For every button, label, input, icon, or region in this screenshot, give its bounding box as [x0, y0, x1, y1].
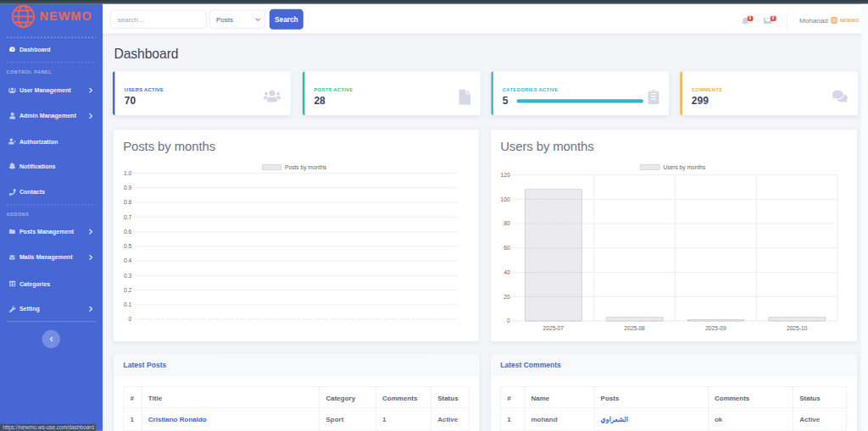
- svg-text:40: 40: [504, 269, 510, 275]
- svg-text:Users by months: Users by months: [663, 164, 706, 171]
- svg-text:0.6: 0.6: [124, 229, 132, 235]
- svg-text:100: 100: [500, 196, 509, 202]
- svg-text:1.0: 1.0: [124, 170, 132, 176]
- svg-text:0: 0: [129, 316, 132, 322]
- svg-text:0: 0: [507, 318, 510, 323]
- svg-text:0.8: 0.8: [124, 199, 132, 205]
- svg-text:0.2: 0.2: [124, 287, 132, 293]
- svg-text:60: 60: [504, 245, 510, 251]
- svg-text:0.5: 0.5: [124, 243, 132, 249]
- svg-text:120: 120: [500, 172, 509, 178]
- svg-text:2025-07: 2025-07: [542, 325, 564, 331]
- svg-text:0.1: 0.1: [124, 301, 132, 307]
- svg-text:20: 20: [504, 294, 510, 300]
- svg-text:2025-08: 2025-08: [624, 325, 645, 331]
- svg-text:2025-10: 2025-10: [787, 325, 808, 331]
- svg-text:0.7: 0.7: [124, 214, 132, 220]
- svg-text:0.3: 0.3: [124, 273, 132, 279]
- svg-text:0.9: 0.9: [124, 185, 132, 191]
- svg-text:2025-09: 2025-09: [705, 325, 726, 331]
- svg-text:80: 80: [504, 220, 510, 226]
- svg-text:Posts by months: Posts by months: [285, 164, 327, 171]
- svg-text:0.4: 0.4: [124, 257, 132, 263]
